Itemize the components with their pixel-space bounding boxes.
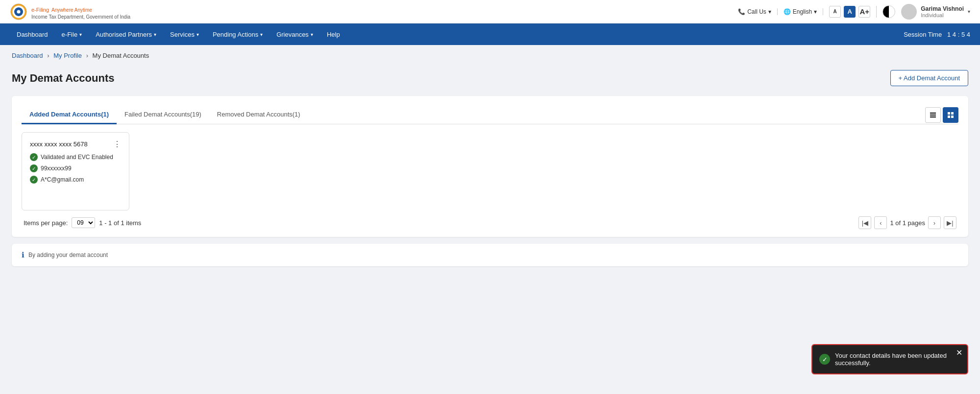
demat-status-text: Validated and EVC Enabled [41, 154, 113, 161]
svg-rect-4 [930, 113, 936, 114]
font-large-button[interactable]: A+ [858, 6, 870, 18]
demat-accounts-grid: xxxx xxxx xxxx 5678 ⋮ ✓ Validated and EV… [22, 132, 958, 210]
demat-email-row: ✓ A*C@gmail.com [30, 176, 121, 184]
items-range-label: 1 - 1 of 1 items [99, 219, 141, 227]
nav-services-label: Services [170, 31, 195, 38]
user-info: Garima Vishnoi Individual [921, 5, 964, 18]
pagination-right: |◀ ‹ 1 of 1 pages › ▶| [858, 216, 956, 229]
call-chevron-icon: ▾ [768, 8, 771, 15]
first-page-icon: |◀ [862, 219, 868, 227]
tab-failed-label: Failed Demat Accounts(19) [124, 111, 201, 118]
main-content: My Demat Accounts + Add Demat Account Ad… [0, 62, 980, 274]
user-type: Individual [921, 12, 964, 18]
language-chevron-icon: ▾ [814, 8, 817, 15]
nav-help-label: Help [327, 31, 340, 38]
nav-bar: Dashboard e-File ▾ Authorised Partners ▾… [0, 23, 980, 45]
demat-card-header: xxxx xxxx xxxx 5678 ⋮ [30, 140, 121, 148]
user-area[interactable]: Garima Vishnoi Individual ▾ [901, 4, 970, 20]
nav-authorised-partners[interactable]: Authorised Partners ▾ [89, 23, 163, 45]
nav-efile-chevron-icon: ▾ [79, 32, 82, 37]
logo-subtitle: Income Tax Department, Government of Ind… [31, 14, 130, 20]
font-medium-button[interactable]: A [844, 6, 856, 18]
view-toggle [925, 107, 958, 123]
nav-pending-actions[interactable]: Pending Actions ▾ [206, 23, 270, 45]
status-check-icon: ✓ [30, 153, 38, 161]
svg-point-3 [17, 10, 20, 13]
nav-grievances-label: Grievances [276, 31, 309, 38]
phone-icon: 📞 [738, 8, 745, 15]
next-page-icon: › [933, 219, 935, 227]
phone-check-icon: ✓ [30, 164, 38, 172]
demat-phone-text: 99xxxxxx99 [41, 165, 72, 172]
svg-rect-9 [948, 116, 950, 118]
grid-view-icon [947, 111, 955, 119]
contrast-button[interactable] [882, 5, 895, 18]
language-selector[interactable]: 🌐 English ▾ [784, 8, 823, 15]
info-bar: ℹ By adding your demat account [12, 244, 968, 266]
grid-view-button[interactable] [943, 107, 958, 123]
prev-page-icon: ‹ [880, 219, 882, 227]
page-title: My Demat Accounts [12, 72, 114, 85]
logo-efiling: e-Filing Anywhere Anytime [31, 4, 130, 14]
nav-services[interactable]: Services ▾ [163, 23, 206, 45]
tab-failed-demat-accounts[interactable]: Failed Demat Accounts(19) [117, 106, 209, 124]
page-info-label: 1 of 1 pages [890, 219, 925, 227]
user-chevron-icon: ▾ [968, 9, 970, 14]
avatar [901, 4, 917, 20]
demat-account-card: xxxx xxxx xxxx 5678 ⋮ ✓ Validated and EV… [22, 132, 129, 210]
first-page-button[interactable]: |◀ [858, 216, 871, 229]
tab-removed-demat-accounts[interactable]: Removed Demat Accounts(1) [209, 106, 308, 124]
tab-removed-label: Removed Demat Accounts(1) [217, 111, 300, 118]
tabs-row: Added Demat Accounts(1) Failed Demat Acc… [22, 106, 958, 124]
nav-efile[interactable]: e-File ▾ [55, 23, 89, 45]
nav-help[interactable]: Help [320, 23, 347, 45]
info-bar-text: By adding your demat account [28, 252, 108, 258]
demat-phone-row: ✓ 99xxxxxx99 [30, 164, 121, 172]
session-time-value: 1 4 : 5 4 [947, 31, 970, 38]
breadcrumb-dashboard[interactable]: Dashboard [12, 52, 43, 59]
nav-grievances[interactable]: Grievances ▾ [270, 23, 320, 45]
top-bar-right: 📞 Call Us ▾ 🌐 English ▾ A A A+ Garima Vi… [738, 4, 970, 20]
call-us[interactable]: 📞 Call Us ▾ [738, 8, 778, 15]
demat-account-number: xxxx xxxx xxxx 5678 [30, 140, 88, 148]
breadcrumb-my-profile[interactable]: My Profile [53, 52, 82, 59]
demat-card-menu-button[interactable]: ⋮ [113, 140, 121, 148]
svg-rect-6 [930, 116, 936, 117]
demat-status-row: ✓ Validated and EVC Enabled [30, 153, 121, 161]
page-header: My Demat Accounts + Add Demat Account [12, 70, 968, 86]
nav-authorised-partners-label: Authorised Partners [96, 31, 152, 38]
top-bar: e-Filing Anywhere Anytime Income Tax Dep… [0, 0, 980, 23]
last-page-button[interactable]: ▶| [944, 216, 956, 229]
font-controls: A A A+ [829, 6, 877, 18]
add-demat-account-button[interactable]: + Add Demat Account [890, 70, 968, 86]
font-small-button[interactable]: A [829, 6, 841, 18]
logo-area: e-Filing Anywhere Anytime Income Tax Dep… [10, 3, 130, 21]
tab-added-demat-accounts[interactable]: Added Demat Accounts(1) [22, 106, 117, 124]
globe-icon: 🌐 [784, 8, 791, 15]
add-demat-label: + Add Demat Account [899, 74, 960, 82]
items-per-page-select[interactable]: 09 18 27 [72, 217, 95, 228]
list-view-icon [929, 111, 937, 119]
call-us-label: Call Us [747, 8, 766, 15]
efiling-label: e-Filing [31, 7, 49, 13]
nav-services-chevron-icon: ▾ [196, 32, 199, 37]
list-view-button[interactable] [925, 107, 941, 123]
demat-email-text: A*C@gmail.com [41, 176, 84, 183]
breadcrumb: Dashboard › My Profile › My Demat Accoun… [0, 45, 980, 62]
demat-accounts-card: Added Demat Accounts(1) Failed Demat Acc… [12, 96, 968, 237]
next-page-button[interactable]: › [928, 216, 941, 229]
nav-grievances-chevron-icon: ▾ [311, 32, 313, 37]
session-time: Session Time 1 4 : 5 4 [904, 31, 970, 38]
breadcrumb-sep-1: › [47, 52, 49, 59]
svg-rect-5 [930, 115, 936, 116]
emblem-icon [10, 3, 27, 21]
language-label: English [793, 8, 812, 15]
email-check-icon: ✓ [30, 176, 38, 184]
prev-page-button[interactable]: ‹ [874, 216, 887, 229]
breadcrumb-current: My Demat Accounts [93, 52, 149, 59]
nav-dashboard[interactable]: Dashboard [10, 23, 55, 45]
nav-authorised-partners-chevron-icon: ▾ [154, 32, 156, 37]
breadcrumb-sep-2: › [86, 52, 88, 59]
logo-tagline: Anywhere Anytime [51, 7, 92, 13]
nav-dashboard-label: Dashboard [17, 31, 48, 38]
